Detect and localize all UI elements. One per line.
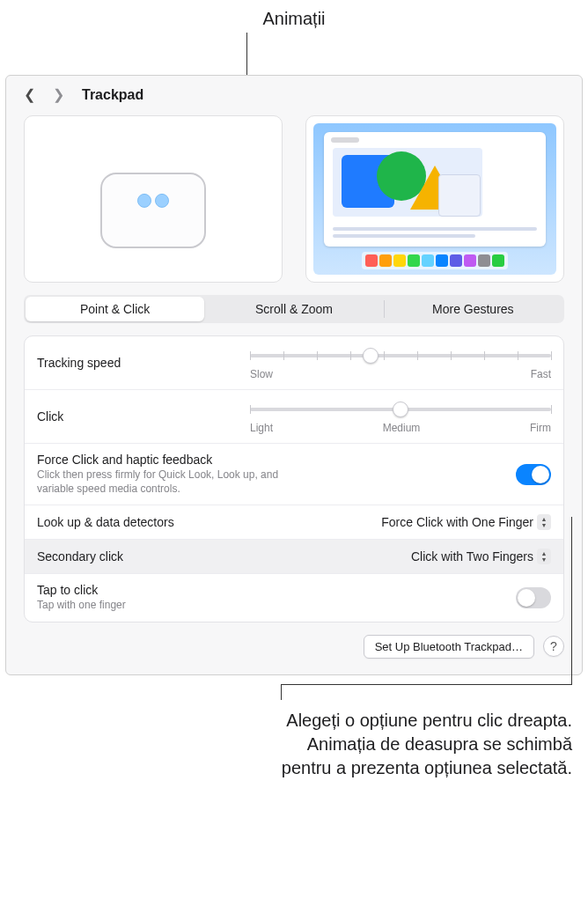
- preview-app-window: [324, 132, 546, 247]
- force-click-desc: Click then press firmly for Quick Look, …: [37, 468, 289, 496]
- annotation-bottom-line: Alegeți o opțiune pentru clic dreapta.: [9, 709, 572, 733]
- annotation-bottom-wrap: Alegeți o opțiune pentru clic dreapta. A…: [0, 675, 588, 789]
- tracking-speed-label: Tracking speed: [37, 356, 239, 370]
- page-title: Trackpad: [82, 87, 143, 103]
- slider-knob[interactable]: [393, 401, 408, 417]
- dock-app-icon: [365, 254, 378, 267]
- forward-button[interactable]: ❯: [48, 85, 70, 105]
- titlebar: ❮ ❯ Trackpad: [6, 76, 582, 115]
- lookup-label: Look up & data detectors: [37, 515, 239, 529]
- tap-to-click-desc: Tap with one finger: [37, 599, 289, 613]
- dock-app-icon: [450, 254, 462, 267]
- help-button[interactable]: ?: [543, 636, 564, 657]
- chevron-up-down-icon: ▲▼: [537, 549, 551, 564]
- desktop-animation: [305, 115, 564, 283]
- preview-text-lines: [333, 224, 537, 241]
- settings-panel: Tracking speed Slow Fast Click: [24, 335, 564, 622]
- desktop-wallpaper: [313, 123, 556, 275]
- row-force-click: Force Click and haptic feedback Click th…: [25, 444, 563, 505]
- tab-scroll-and-zoom[interactable]: Scroll & Zoom: [204, 297, 383, 321]
- dock-app-icon: [478, 254, 490, 267]
- click-mid-label: Medium: [383, 422, 421, 434]
- settings-window: ❮ ❯ Trackpad: [5, 75, 583, 675]
- trackpad-outline: [100, 173, 206, 248]
- dock-app-icon: [408, 254, 420, 267]
- dock-app-icon: [393, 254, 406, 267]
- click-min-label: Light: [250, 422, 273, 434]
- click-label: Click: [37, 409, 239, 424]
- lookup-popup[interactable]: Force Click with One Finger ▲▼: [381, 514, 551, 530]
- back-button[interactable]: ❮: [18, 85, 40, 105]
- preview-shapes: [333, 148, 482, 217]
- dock-app-icon: [436, 254, 448, 267]
- tracking-min-label: Slow: [250, 368, 273, 380]
- preview-dock: [362, 252, 508, 269]
- dock-app-icon: [492, 254, 504, 267]
- force-click-toggle[interactable]: [516, 464, 551, 485]
- bluetooth-trackpad-button[interactable]: Set Up Bluetooth Trackpad…: [364, 635, 534, 659]
- finger-dot: [137, 194, 151, 208]
- row-secondary-click: Secondary click Click with Two Fingers ▲…: [25, 540, 563, 574]
- footer: Set Up Bluetooth Trackpad… ?: [6, 622, 582, 659]
- annotation-bottom: Alegeți o opțiune pentru clic dreapta. A…: [9, 693, 579, 780]
- annotation-bottom-leader: [281, 684, 282, 700]
- tab-segmented-control[interactable]: Point & Click Scroll & Zoom More Gesture…: [24, 295, 564, 323]
- annotation-bottom-line: Animația de deasupra se schimbă: [9, 733, 572, 756]
- preview-context-menu: [438, 174, 481, 217]
- click-max-label: Firm: [530, 422, 551, 434]
- finger-dot: [155, 194, 169, 208]
- row-lookup: Look up & data detectors Force Click wit…: [25, 505, 563, 540]
- tracking-speed-slider[interactable]: Slow Fast: [250, 345, 551, 380]
- click-slider[interactable]: Light Medium Firm: [250, 399, 551, 434]
- force-click-label: Force Click and haptic feedback: [37, 453, 289, 467]
- trackpad-animation: [24, 115, 283, 283]
- tab-point-and-click[interactable]: Point & Click: [26, 297, 204, 321]
- secondary-click-value: Click with Two Fingers: [411, 549, 533, 563]
- annotation-top: Animații: [0, 0, 588, 33]
- secondary-click-label: Secondary click: [37, 549, 239, 563]
- chevron-up-down-icon: ▲▼: [537, 514, 551, 530]
- row-tracking-speed: Tracking speed Slow Fast: [25, 336, 563, 390]
- lookup-value: Force Click with One Finger: [381, 515, 533, 529]
- tap-to-click-toggle[interactable]: [516, 587, 551, 608]
- annotation-top-leader: [246, 33, 247, 75]
- row-click: Click Light Medium Firm: [25, 390, 563, 444]
- annotation-bottom-leader: [571, 517, 572, 684]
- tracking-max-label: Fast: [531, 368, 551, 380]
- tap-to-click-label: Tap to click: [37, 583, 289, 597]
- dock-app-icon: [422, 254, 434, 267]
- preview-area: [6, 115, 582, 295]
- tab-more-gestures[interactable]: More Gestures: [384, 297, 562, 321]
- dock-app-icon: [379, 254, 392, 267]
- slider-knob[interactable]: [363, 348, 379, 364]
- dock-app-icon: [464, 254, 476, 267]
- row-tap-to-click: Tap to click Tap with one finger: [25, 574, 563, 622]
- annotation-bottom-leader: [282, 684, 572, 685]
- secondary-click-popup[interactable]: Click with Two Fingers ▲▼: [411, 549, 551, 564]
- annotation-bottom-line: pentru a prezenta opțiunea selectată.: [9, 756, 572, 780]
